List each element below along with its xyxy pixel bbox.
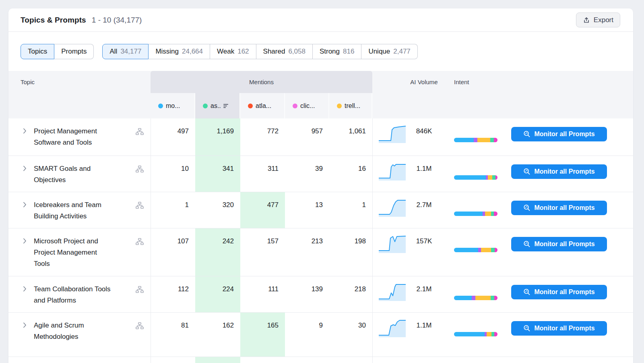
ai-volume-sparkline bbox=[379, 319, 406, 337]
subtopics-tree-icon[interactable] bbox=[136, 322, 144, 331]
ai-volume-value: 2.1M bbox=[405, 283, 443, 295]
topic-name[interactable]: Agile and Scrum Methodologies bbox=[34, 320, 112, 342]
intent-segment bbox=[485, 212, 491, 216]
mention-value-cell: 497 bbox=[151, 118, 195, 156]
view-tab-prompts[interactable]: Prompts bbox=[54, 44, 94, 59]
expand-chevron-icon[interactable] bbox=[23, 322, 27, 330]
ai-volume-sparkline bbox=[379, 198, 406, 217]
mention-column-header-trell[interactable]: trell... bbox=[329, 93, 372, 118]
mention-column-label: as.. bbox=[211, 102, 221, 110]
filter-tab-strong[interactable]: Strong816 bbox=[313, 44, 361, 59]
tab-label: Shared bbox=[263, 48, 285, 56]
expand-chevron-icon[interactable] bbox=[23, 128, 27, 135]
intent-segment bbox=[491, 296, 495, 300]
filter-tab-weak[interactable]: Weak162 bbox=[210, 44, 256, 59]
table-row-microsoft-project-and-project-management-tools: Microsoft Project and Project Management… bbox=[8, 228, 633, 276]
export-button[interactable]: Export bbox=[576, 12, 620, 27]
sort-descending-icon bbox=[223, 104, 228, 108]
expand-chevron-icon[interactable] bbox=[23, 238, 27, 245]
subtopics-tree-icon[interactable] bbox=[136, 166, 144, 174]
mention-value-cell: 9 bbox=[285, 313, 329, 357]
column-divider bbox=[151, 357, 151, 363]
table-body: Project Management Software and Tools 49… bbox=[8, 118, 633, 363]
monitor-all-prompts-button[interactable]: Monitor all Prompts bbox=[511, 321, 607, 336]
brand-color-dot bbox=[337, 104, 342, 108]
mention-value-cell: 1,061 bbox=[329, 118, 372, 156]
intent-segment bbox=[495, 175, 497, 180]
tab-count: 6,058 bbox=[288, 48, 305, 56]
tab-count: 34,177 bbox=[120, 48, 141, 56]
intent-segment bbox=[454, 212, 483, 216]
intent-segment bbox=[491, 332, 495, 336]
export-icon bbox=[583, 17, 590, 24]
intent-segment bbox=[488, 175, 492, 180]
filter-tab-missing[interactable]: Missing24,664 bbox=[149, 44, 210, 59]
monitor-all-prompts-button[interactable]: Monitor all Prompts bbox=[511, 127, 607, 141]
topic-name[interactable]: Microsoft Project and Project Management… bbox=[34, 236, 112, 270]
monitor-magnifier-icon bbox=[523, 168, 530, 175]
mention-value-cell: 213 bbox=[285, 228, 329, 276]
mention-column-label: trell... bbox=[345, 102, 360, 110]
topic-name[interactable]: Team Collaboration Tools and Platforms bbox=[34, 284, 112, 306]
tab-count: 162 bbox=[237, 48, 249, 56]
mention-column-header-atla[interactable]: atla... bbox=[240, 93, 285, 118]
topic-name[interactable]: Project Management Software and Tools bbox=[34, 126, 112, 148]
intent-bar bbox=[454, 332, 497, 336]
mention-value-cell: 39 bbox=[285, 156, 329, 192]
monitor-all-prompts-button[interactable]: Monitor all Prompts bbox=[511, 237, 607, 251]
mention-value-cell: 1 bbox=[329, 192, 372, 228]
topic-name[interactable]: Icebreakers and Team Building Activities bbox=[34, 199, 112, 222]
tab-label: Unique bbox=[368, 48, 390, 56]
mention-value-cell: 107 bbox=[151, 228, 195, 276]
ai-volume-value: 2.7M bbox=[405, 199, 443, 211]
intent-bar bbox=[454, 212, 497, 216]
view-toggle: TopicsPrompts bbox=[21, 44, 94, 59]
filter-tab-unique[interactable]: Unique2,477 bbox=[361, 44, 417, 59]
mention-column-header-mo[interactable]: mo... bbox=[151, 93, 195, 118]
column-divider bbox=[372, 276, 373, 312]
monitor-magnifier-icon bbox=[523, 325, 530, 332]
table-row-project-management-software-and-tools: Project Management Software and Tools 49… bbox=[8, 118, 633, 156]
monitor-all-prompts-button[interactable]: Monitor all Prompts bbox=[511, 285, 607, 299]
subtopics-tree-icon[interactable] bbox=[136, 128, 144, 137]
filter-tab-all[interactable]: All34,177 bbox=[102, 44, 149, 59]
results-range: 1 - 10 (34,177) bbox=[92, 16, 142, 25]
intent-segment bbox=[494, 332, 497, 336]
column-divider bbox=[372, 192, 373, 228]
column-divider bbox=[372, 313, 373, 357]
expand-chevron-icon[interactable] bbox=[23, 286, 27, 293]
expand-chevron-icon[interactable] bbox=[23, 202, 27, 209]
intent-segment bbox=[454, 332, 485, 336]
filter-tab-shared[interactable]: Shared6,058 bbox=[256, 44, 313, 59]
monitor-all-prompts-button[interactable]: Monitor all Prompts bbox=[511, 201, 607, 215]
intent-bar bbox=[454, 296, 497, 300]
column-header-ai-volume: AI Volume bbox=[405, 71, 443, 93]
subtopics-tree-icon[interactable] bbox=[136, 238, 144, 247]
mention-value-cell: 341 bbox=[195, 156, 240, 192]
tab-label: Missing bbox=[155, 48, 179, 56]
column-divider bbox=[372, 357, 373, 363]
export-label: Export bbox=[594, 16, 613, 24]
mention-column-header-as[interactable]: as.. bbox=[195, 93, 240, 118]
intent-segment bbox=[494, 212, 497, 216]
brand-color-dot bbox=[158, 104, 163, 108]
topic-name[interactable]: SMART Goals and Objectives bbox=[34, 163, 112, 186]
monitor-all-prompts-button[interactable]: Monitor all Prompts bbox=[511, 164, 607, 179]
subtopics-tree-icon[interactable] bbox=[136, 286, 144, 295]
mention-value-cell bbox=[195, 357, 240, 363]
mention-value-cell: 165 bbox=[240, 313, 285, 357]
view-tab-topics[interactable]: Topics bbox=[21, 44, 54, 59]
monitor-magnifier-icon bbox=[523, 204, 530, 212]
subtopics-tree-icon[interactable] bbox=[136, 202, 144, 210]
mention-value-cell: 10 bbox=[151, 156, 195, 192]
mention-value-cell: 320 bbox=[195, 192, 240, 228]
mention-column-header-clic[interactable]: clic... bbox=[285, 93, 329, 118]
mention-value-cell: 139 bbox=[285, 276, 329, 312]
mention-value-cell: 224 bbox=[195, 276, 240, 312]
expand-chevron-icon[interactable] bbox=[23, 166, 27, 173]
ai-volume-value: 1.1M bbox=[405, 319, 443, 332]
mention-value-cell: 13 bbox=[285, 192, 329, 228]
ai-volume-value: 846K bbox=[405, 125, 443, 137]
mention-value-cell: 242 bbox=[195, 228, 240, 276]
intent-segment bbox=[487, 332, 491, 336]
